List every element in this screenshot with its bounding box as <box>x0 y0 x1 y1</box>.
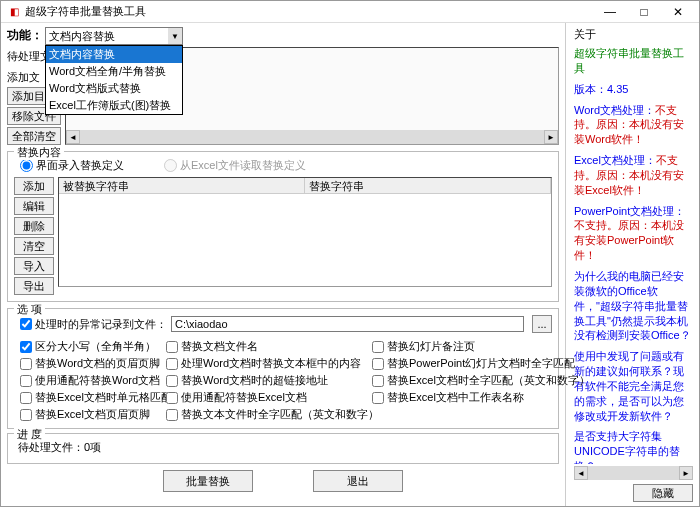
option-checkbox[interactable]: 使用通配符替换Word文档 <box>20 373 160 388</box>
app-icon: ◧ <box>7 5 21 19</box>
replace-table[interactable]: 被替换字符串 替换字符串 <box>58 177 552 287</box>
add-button[interactable]: 添加 <box>14 177 54 195</box>
option-checkbox[interactable]: 替换Excel文档中工作表名称 <box>372 390 552 405</box>
close-button[interactable]: ✕ <box>661 2 695 22</box>
progress-group-title: 进 度 <box>14 427 45 442</box>
about-header: 关于 <box>574 27 693 42</box>
about-link[interactable]: 是否支持大字符集UNICODE字符串的替换？ <box>574 429 693 464</box>
option-checkbox[interactable]: 替换Excel文档时全字匹配（英文和数字） <box>372 373 552 388</box>
dropdown-item[interactable]: Excel工作簿版式(图)替换 <box>46 97 182 114</box>
option-checkbox[interactable]: 替换PowerPoint幻灯片文档时全字匹配 <box>372 356 552 371</box>
option-checkbox[interactable]: 使用通配符替换Excel文档 <box>166 390 366 405</box>
radio-excel-input: 从Excel文件读取替换定义 <box>164 158 306 173</box>
col-target[interactable]: 替换字符串 <box>305 178 551 193</box>
maximize-button[interactable]: □ <box>627 2 661 22</box>
clear-button[interactable]: 清空 <box>14 237 54 255</box>
col-source[interactable]: 被替换字符串 <box>59 178 305 193</box>
about-version[interactable]: 版本：4.35 <box>574 82 693 97</box>
import-button[interactable]: 导入 <box>14 257 54 275</box>
scroll-right-icon[interactable]: ► <box>544 130 558 144</box>
minimize-button[interactable]: — <box>593 2 627 22</box>
option-checkbox[interactable]: 区分大小写（全角半角） <box>20 339 160 354</box>
chevron-down-icon[interactable]: ▼ <box>168 28 182 44</box>
browse-button[interactable]: ... <box>532 315 552 333</box>
exit-button[interactable]: 退出 <box>313 470 403 492</box>
about-panel: 超级字符串批量替换工具 版本：4.35 Word文档处理：不支持。原因：本机没有… <box>574 46 693 464</box>
window-title: 超级字符串批量替换工具 <box>25 4 593 19</box>
scroll-right-icon[interactable]: ► <box>679 466 693 480</box>
edit-button[interactable]: 编辑 <box>14 197 54 215</box>
chk-exception-log[interactable]: 处理时的异常记录到文件： <box>20 317 167 332</box>
dropdown-item[interactable]: Word文档版式替换 <box>46 80 182 97</box>
option-checkbox[interactable]: 处理Word文档时替换文本框中的内容 <box>166 356 366 371</box>
about-title: 超级字符串批量替换工具 <box>574 46 693 76</box>
delete-button[interactable]: 删除 <box>14 217 54 235</box>
replace-group-title: 替换内容 <box>14 145 64 160</box>
function-combo[interactable]: ▼ 文档内容替换 Word文档全角/半角替换 Word文档版式替换 Excel工… <box>45 27 183 45</box>
function-label: 功能： <box>7 27 43 44</box>
option-checkbox[interactable]: 替换Word文档时的超链接地址 <box>166 373 366 388</box>
scroll-left-icon[interactable]: ◄ <box>66 130 80 144</box>
option-checkbox[interactable]: 替换Excel文档时单元格匹配 <box>20 390 160 405</box>
scrollbar-track[interactable] <box>80 130 544 144</box>
dropdown-item[interactable]: 文档内容替换 <box>46 46 182 63</box>
option-checkbox[interactable]: 替换Word文档的页眉页脚 <box>20 356 160 371</box>
export-button[interactable]: 导出 <box>14 277 54 295</box>
scrollbar-track[interactable] <box>588 466 679 480</box>
scroll-left-icon[interactable]: ◄ <box>574 466 588 480</box>
progress-text: 待处理文件：0项 <box>14 438 552 457</box>
batch-replace-button[interactable]: 批量替换 <box>163 470 253 492</box>
about-link[interactable]: 为什么我的电脑已经安装微软的Office软件，"超级字符串批量替换工具"仍然提示… <box>574 269 693 343</box>
option-checkbox[interactable]: 替换文本文件时全字匹配（英文和数字） <box>166 407 366 422</box>
hide-button[interactable]: 隐藏 <box>633 484 693 502</box>
clear-all-button[interactable]: 全部清空 <box>7 127 61 145</box>
function-combo-input[interactable] <box>45 27 183 45</box>
about-link[interactable]: 使用中发现了问题或有新的建议如何联系？现有软件不能完全满足您的需求，是否可以为您… <box>574 349 693 423</box>
option-checkbox[interactable]: 替换文档文件名 <box>166 339 366 354</box>
function-dropdown: 文档内容替换 Word文档全角/半角替换 Word文档版式替换 Excel工作簿… <box>45 45 183 115</box>
exception-path-input[interactable] <box>171 316 524 332</box>
option-checkbox[interactable]: 替换幻灯片备注页 <box>372 339 552 354</box>
dropdown-item[interactable]: Word文档全角/半角替换 <box>46 63 182 80</box>
radio-ui-input[interactable]: 界面录入替换定义 <box>20 158 124 173</box>
option-checkbox[interactable]: 替换Excel文档页眉页脚 <box>20 407 160 422</box>
options-group-title: 选 项 <box>14 302 45 317</box>
